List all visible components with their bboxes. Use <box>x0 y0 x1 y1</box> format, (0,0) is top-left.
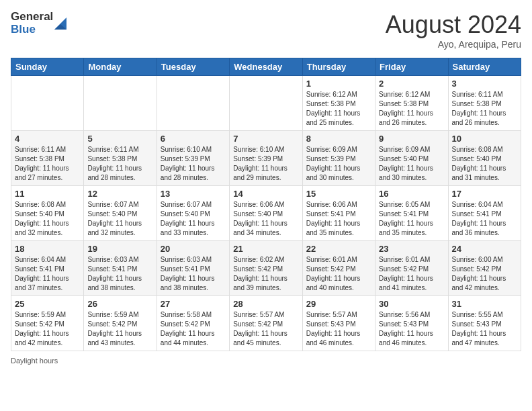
calendar-cell <box>230 76 302 131</box>
day-number: 27 <box>161 299 226 309</box>
day-number: 9 <box>379 134 444 144</box>
calendar-week-2: 4Sunrise: 6:11 AM Sunset: 5:38 PM Daylig… <box>11 131 521 186</box>
day-info: Sunrise: 6:01 AM Sunset: 5:42 PM Dayligh… <box>379 255 444 293</box>
day-info: Sunrise: 6:04 AM Sunset: 5:41 PM Dayligh… <box>452 200 517 238</box>
day-number: 23 <box>379 244 444 254</box>
day-info: Sunrise: 6:11 AM Sunset: 5:38 PM Dayligh… <box>452 90 517 128</box>
day-info: Sunrise: 6:06 AM Sunset: 5:41 PM Dayligh… <box>306 200 371 238</box>
day-number: 13 <box>161 189 226 199</box>
logo-blue-text: Blue <box>11 24 53 36</box>
day-number: 18 <box>15 244 80 254</box>
page-header: General Blue August 2024 Ayo, Arequipa, … <box>11 11 521 50</box>
day-info: Sunrise: 6:06 AM Sunset: 5:40 PM Dayligh… <box>233 200 298 238</box>
logo: General Blue <box>11 11 66 36</box>
day-number: 1 <box>306 79 371 89</box>
footer: Daylight hours <box>11 357 521 365</box>
month-title: August 2024 <box>386 11 521 39</box>
calendar-dow-saturday: Saturday <box>448 58 521 76</box>
day-number: 5 <box>87 134 152 144</box>
day-info: Sunrise: 5:57 AM Sunset: 5:43 PM Dayligh… <box>306 310 371 348</box>
day-number: 4 <box>15 134 80 144</box>
day-number: 24 <box>452 244 517 254</box>
day-number: 8 <box>306 134 371 144</box>
day-info: Sunrise: 6:09 AM Sunset: 5:39 PM Dayligh… <box>306 145 371 183</box>
day-number: 2 <box>379 79 444 89</box>
day-info: Sunrise: 6:11 AM Sunset: 5:38 PM Dayligh… <box>15 145 80 183</box>
day-info: Sunrise: 6:00 AM Sunset: 5:42 PM Dayligh… <box>452 255 517 293</box>
day-info: Sunrise: 6:12 AM Sunset: 5:38 PM Dayligh… <box>306 90 371 128</box>
day-number: 15 <box>306 189 371 199</box>
calendar-cell: 16Sunrise: 6:05 AM Sunset: 5:41 PM Dayli… <box>375 186 448 241</box>
calendar-cell: 4Sunrise: 6:11 AM Sunset: 5:38 PM Daylig… <box>11 131 84 186</box>
calendar-cell: 31Sunrise: 5:55 AM Sunset: 5:43 PM Dayli… <box>448 296 521 351</box>
calendar-cell: 7Sunrise: 6:10 AM Sunset: 5:39 PM Daylig… <box>230 131 302 186</box>
day-number: 29 <box>306 299 371 309</box>
day-info: Sunrise: 6:03 AM Sunset: 5:41 PM Dayligh… <box>161 255 226 293</box>
calendar-week-1: 1Sunrise: 6:12 AM Sunset: 5:38 PM Daylig… <box>11 76 521 131</box>
calendar-cell <box>84 76 157 131</box>
calendar-cell: 6Sunrise: 6:10 AM Sunset: 5:39 PM Daylig… <box>157 131 229 186</box>
calendar-cell: 12Sunrise: 6:07 AM Sunset: 5:40 PM Dayli… <box>84 186 157 241</box>
day-number: 16 <box>379 189 444 199</box>
day-info: Sunrise: 6:09 AM Sunset: 5:40 PM Dayligh… <box>379 145 444 183</box>
day-number: 20 <box>161 244 226 254</box>
day-info: Sunrise: 5:58 AM Sunset: 5:42 PM Dayligh… <box>161 310 226 348</box>
day-info: Sunrise: 5:59 AM Sunset: 5:42 PM Dayligh… <box>87 310 152 348</box>
day-info: Sunrise: 5:56 AM Sunset: 5:43 PM Dayligh… <box>379 310 444 348</box>
calendar-cell: 11Sunrise: 6:08 AM Sunset: 5:40 PM Dayli… <box>11 186 84 241</box>
day-info: Sunrise: 6:07 AM Sunset: 5:40 PM Dayligh… <box>161 200 226 238</box>
calendar-cell: 5Sunrise: 6:11 AM Sunset: 5:38 PM Daylig… <box>84 131 157 186</box>
calendar-cell: 13Sunrise: 6:07 AM Sunset: 5:40 PM Dayli… <box>157 186 229 241</box>
day-info: Sunrise: 5:55 AM Sunset: 5:43 PM Dayligh… <box>452 310 517 348</box>
day-info: Sunrise: 6:03 AM Sunset: 5:41 PM Dayligh… <box>87 255 152 293</box>
calendar-cell: 20Sunrise: 6:03 AM Sunset: 5:41 PM Dayli… <box>157 241 229 296</box>
calendar-header-row: SundayMondayTuesdayWednesdayThursdayFrid… <box>11 58 521 76</box>
calendar-cell: 17Sunrise: 6:04 AM Sunset: 5:41 PM Dayli… <box>448 186 521 241</box>
calendar-cell <box>157 76 229 131</box>
day-info: Sunrise: 6:11 AM Sunset: 5:38 PM Dayligh… <box>87 145 152 183</box>
day-number: 22 <box>306 244 371 254</box>
calendar-cell: 10Sunrise: 6:08 AM Sunset: 5:40 PM Dayli… <box>448 131 521 186</box>
calendar-dow-thursday: Thursday <box>302 58 375 76</box>
logo-general-text: General <box>11 11 53 24</box>
calendar-dow-sunday: Sunday <box>11 58 84 76</box>
day-number: 17 <box>452 189 517 199</box>
calendar-table: SundayMondayTuesdayWednesdayThursdayFrid… <box>11 58 521 351</box>
calendar-cell: 15Sunrise: 6:06 AM Sunset: 5:41 PM Dayli… <box>302 186 375 241</box>
calendar-week-5: 25Sunrise: 5:59 AM Sunset: 5:42 PM Dayli… <box>11 296 521 351</box>
day-info: Sunrise: 6:05 AM Sunset: 5:41 PM Dayligh… <box>379 200 444 238</box>
day-info: Sunrise: 6:04 AM Sunset: 5:41 PM Dayligh… <box>15 255 80 293</box>
day-number: 25 <box>15 299 80 309</box>
day-number: 28 <box>233 299 298 309</box>
daylight-label: Daylight hours <box>11 357 58 365</box>
day-info: Sunrise: 6:07 AM Sunset: 5:40 PM Dayligh… <box>87 200 152 238</box>
day-info: Sunrise: 6:08 AM Sunset: 5:40 PM Dayligh… <box>15 200 80 238</box>
day-info: Sunrise: 6:12 AM Sunset: 5:38 PM Dayligh… <box>379 90 444 128</box>
calendar-cell <box>11 76 84 131</box>
day-number: 7 <box>233 134 298 144</box>
location: Ayo, Arequipa, Peru <box>386 39 521 50</box>
day-info: Sunrise: 6:02 AM Sunset: 5:42 PM Dayligh… <box>233 255 298 293</box>
calendar-cell: 26Sunrise: 5:59 AM Sunset: 5:42 PM Dayli… <box>84 296 157 351</box>
calendar-cell: 8Sunrise: 6:09 AM Sunset: 5:39 PM Daylig… <box>302 131 375 186</box>
day-number: 21 <box>233 244 298 254</box>
day-info: Sunrise: 5:57 AM Sunset: 5:42 PM Dayligh… <box>233 310 298 348</box>
day-number: 10 <box>452 134 517 144</box>
calendar-cell: 22Sunrise: 6:01 AM Sunset: 5:42 PM Dayli… <box>302 241 375 296</box>
day-info: Sunrise: 5:59 AM Sunset: 5:42 PM Dayligh… <box>15 310 80 348</box>
day-info: Sunrise: 6:10 AM Sunset: 5:39 PM Dayligh… <box>233 145 298 183</box>
logo-triangle-icon <box>54 17 66 30</box>
calendar-cell: 23Sunrise: 6:01 AM Sunset: 5:42 PM Dayli… <box>375 241 448 296</box>
day-number: 26 <box>87 299 152 309</box>
calendar-cell: 2Sunrise: 6:12 AM Sunset: 5:38 PM Daylig… <box>375 76 448 131</box>
calendar-week-3: 11Sunrise: 6:08 AM Sunset: 5:40 PM Dayli… <box>11 186 521 241</box>
calendar-cell: 21Sunrise: 6:02 AM Sunset: 5:42 PM Dayli… <box>230 241 302 296</box>
calendar-cell: 1Sunrise: 6:12 AM Sunset: 5:38 PM Daylig… <box>302 76 375 131</box>
day-number: 12 <box>87 189 152 199</box>
day-number: 3 <box>452 79 517 89</box>
day-number: 30 <box>379 299 444 309</box>
calendar-dow-friday: Friday <box>375 58 448 76</box>
calendar-cell: 28Sunrise: 5:57 AM Sunset: 5:42 PM Dayli… <box>230 296 302 351</box>
day-number: 6 <box>161 134 226 144</box>
calendar-cell: 19Sunrise: 6:03 AM Sunset: 5:41 PM Dayli… <box>84 241 157 296</box>
